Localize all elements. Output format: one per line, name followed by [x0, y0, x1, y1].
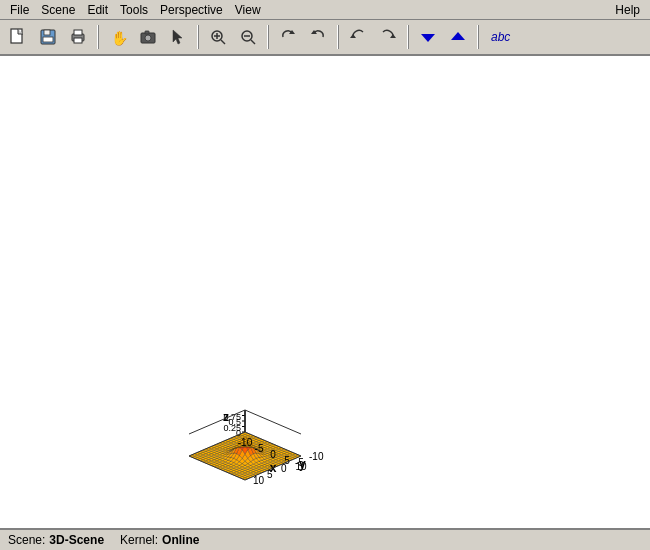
menu-perspective[interactable]: Perspective	[154, 2, 229, 18]
kernel-label: Kernel:	[120, 533, 158, 547]
svg-line-17	[251, 40, 255, 44]
menu-help[interactable]: Help	[609, 2, 646, 18]
svg-text:10: 10	[253, 475, 265, 486]
svg-text:✋: ✋	[111, 30, 127, 46]
zoom-out-button[interactable]	[234, 23, 262, 51]
text-button[interactable]: abc	[484, 25, 517, 49]
svg-text:-5: -5	[255, 443, 264, 454]
scene-value: 3D-Scene	[49, 533, 104, 547]
separator-6	[477, 25, 479, 49]
zoom-in-button[interactable]	[204, 23, 232, 51]
svg-text:0: 0	[270, 449, 276, 460]
svg-point-9	[145, 35, 151, 41]
move-up-button[interactable]	[444, 23, 472, 51]
menu-tools[interactable]: Tools	[114, 2, 154, 18]
rotate-ccw-button[interactable]	[304, 23, 332, 51]
main-view: // This will be executed as inline SVG -…	[0, 56, 650, 528]
menu-edit[interactable]: Edit	[81, 2, 114, 18]
separator-1	[97, 25, 99, 49]
move-down-button[interactable]	[414, 23, 442, 51]
3d-plot: // This will be executed as inline SVG -…	[0, 56, 650, 528]
kernel-value: Online	[162, 533, 199, 547]
menu-file[interactable]: File	[4, 2, 35, 18]
print-button[interactable]	[64, 23, 92, 51]
svg-rect-0	[11, 29, 22, 43]
svg-rect-10	[145, 31, 149, 34]
camera-button[interactable]	[134, 23, 162, 51]
svg-text:-10: -10	[238, 437, 253, 448]
spin-right-button[interactable]	[374, 23, 402, 51]
separator-3	[267, 25, 269, 49]
separator-2	[197, 25, 199, 49]
svg-marker-22	[390, 34, 396, 38]
svg-rect-3	[43, 37, 53, 42]
separator-4	[337, 25, 339, 49]
svg-marker-11	[173, 30, 182, 44]
svg-rect-5	[74, 30, 82, 35]
menu-scene[interactable]: Scene	[35, 2, 81, 18]
svg-rect-25	[0, 56, 650, 528]
save-button[interactable]	[34, 23, 62, 51]
pan-button[interactable]: ✋	[104, 23, 132, 51]
svg-rect-6	[74, 38, 82, 43]
svg-text:y: y	[299, 457, 306, 471]
svg-line-13	[221, 40, 225, 44]
separator-5	[407, 25, 409, 49]
toolbar: ✋ abc	[0, 20, 650, 56]
menu-view[interactable]: View	[229, 2, 267, 18]
scene-label: Scene:	[8, 533, 45, 547]
new-button[interactable]	[4, 23, 32, 51]
statusbar: Scene: 3D-Scene Kernel: Online	[0, 528, 650, 550]
svg-marker-23	[421, 34, 435, 42]
svg-text:-10: -10	[309, 451, 324, 462]
svg-rect-2	[44, 30, 50, 35]
svg-marker-21	[350, 34, 356, 38]
svg-marker-24	[451, 32, 465, 40]
rotate-cw-button[interactable]	[274, 23, 302, 51]
menubar: File Scene Edit Tools Perspective View H…	[0, 0, 650, 20]
select-button[interactable]	[164, 23, 192, 51]
spin-left-button[interactable]	[344, 23, 372, 51]
